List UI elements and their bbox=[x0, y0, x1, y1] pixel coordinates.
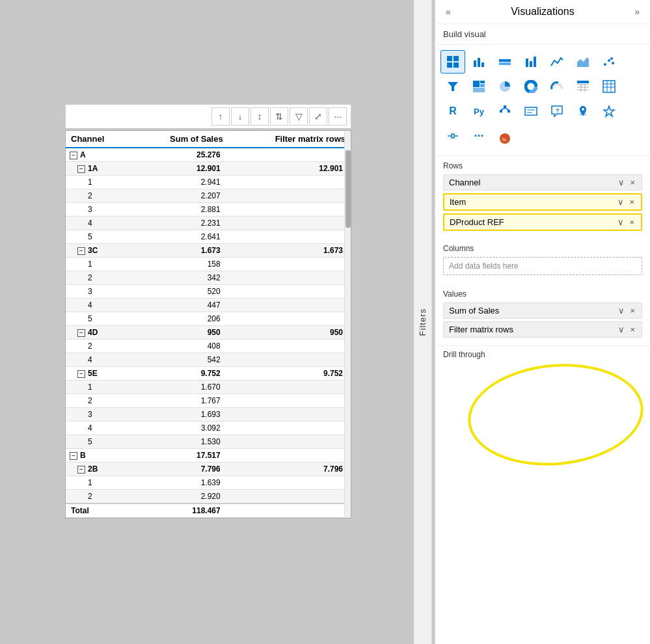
expand-button[interactable]: ⤢ bbox=[309, 107, 327, 126]
field-pill-filter-rows[interactable]: Filter matrix rows ∨ × bbox=[443, 321, 642, 338]
svg-rect-4 bbox=[474, 60, 476, 67]
qanda-icon[interactable]: ? bbox=[545, 100, 569, 123]
table-row: 1 bbox=[66, 176, 132, 189]
sort-both-button[interactable]: ↕ bbox=[251, 107, 269, 126]
field-sum-sales-remove[interactable]: × bbox=[629, 306, 636, 315]
field-pill-filter-rows-actions: ∨ × bbox=[617, 325, 636, 334]
expand-row-icon[interactable]: − bbox=[77, 370, 85, 378]
table-icon[interactable] bbox=[571, 75, 595, 98]
matrix-icon[interactable] bbox=[440, 50, 465, 74]
table-row: 1 bbox=[66, 381, 132, 394]
gauge-icon[interactable] bbox=[545, 75, 569, 98]
py-icon[interactable]: Py bbox=[467, 100, 491, 123]
table-toolbar: ↑ ↓ ↕ ⇅ ▽ ⤢ ··· bbox=[65, 104, 351, 128]
funnel-icon[interactable] bbox=[440, 75, 465, 98]
bar-chart-icon[interactable] bbox=[467, 50, 491, 74]
expand-row-icon[interactable]: − bbox=[70, 452, 77, 460]
sales-value: 520 bbox=[132, 285, 228, 299]
filter-value bbox=[228, 340, 351, 353]
filters-label: Filters bbox=[418, 308, 427, 336]
scatter-icon[interactable] bbox=[597, 50, 621, 74]
sales-value: 12.901 bbox=[132, 162, 228, 176]
col-header-filter: Filter matrix rows bbox=[228, 131, 351, 148]
filter-value bbox=[228, 148, 351, 162]
sales-value: 1.639 bbox=[132, 476, 228, 490]
table-row: −3C bbox=[66, 244, 132, 258]
expand-row-icon[interactable]: − bbox=[77, 165, 85, 173]
expand-row-icon[interactable]: − bbox=[70, 152, 77, 159]
field-filter-rows-chevron[interactable]: ∨ bbox=[617, 325, 626, 334]
expand-row-icon[interactable]: − bbox=[77, 466, 85, 474]
donut-icon[interactable] bbox=[519, 75, 543, 98]
svg-rect-18 bbox=[473, 81, 480, 87]
values-title: Values bbox=[443, 289, 642, 299]
svg-rect-31 bbox=[603, 81, 615, 92]
field-dproduct-remove[interactable]: × bbox=[628, 217, 636, 227]
svg-point-14 bbox=[608, 59, 610, 62]
sales-value: 447 bbox=[132, 299, 228, 312]
svg-line-39 bbox=[501, 108, 505, 110]
sort-desc-button[interactable]: ↓ bbox=[231, 107, 249, 126]
right-panel: « Visualizations » Build visual bbox=[435, 0, 650, 644]
field-pill-channel[interactable]: Channel ∨ × bbox=[443, 174, 642, 191]
filter-value bbox=[228, 271, 351, 285]
svg-point-16 bbox=[610, 57, 613, 60]
matrix2-icon[interactable] bbox=[597, 75, 621, 98]
field-channel-remove[interactable]: × bbox=[629, 178, 636, 187]
map-pin-icon[interactable] bbox=[571, 100, 595, 123]
total-label: Total bbox=[66, 503, 132, 518]
filter-button[interactable]: ▽ bbox=[290, 107, 308, 126]
expand-right-button[interactable]: » bbox=[632, 5, 642, 18]
field-channel-chevron[interactable]: ∨ bbox=[617, 178, 626, 187]
filter-value bbox=[228, 422, 351, 435]
field-item-remove[interactable]: × bbox=[628, 197, 636, 207]
field-dproduct-chevron[interactable]: ∨ bbox=[616, 217, 625, 227]
sales-value: 158 bbox=[132, 258, 228, 271]
decomp-icon[interactable] bbox=[493, 100, 517, 123]
collapse-left-button[interactable]: « bbox=[443, 5, 454, 18]
pie-icon[interactable] bbox=[493, 75, 517, 98]
field-pill-sum-sales[interactable]: Sum of Sales ∨ × bbox=[443, 302, 642, 319]
svg-line-40 bbox=[505, 108, 509, 110]
area-chart-icon[interactable] bbox=[571, 50, 595, 74]
sales-value: 2.641 bbox=[132, 230, 228, 244]
line-chart-icon[interactable] bbox=[545, 50, 569, 74]
sales-value: 1.693 bbox=[132, 408, 228, 422]
treemap-icon[interactable] bbox=[467, 75, 491, 98]
field-pill-item[interactable]: Item ∨ × bbox=[443, 193, 642, 211]
svg-point-15 bbox=[612, 62, 614, 64]
more-visuals[interactable]: ··· bbox=[467, 124, 491, 148]
table-row: 4 bbox=[66, 217, 132, 230]
more-options-button[interactable]: ··· bbox=[329, 107, 347, 126]
sales-value: 2.881 bbox=[132, 203, 228, 217]
connector-icon[interactable] bbox=[440, 124, 465, 148]
columns-placeholder[interactable]: Add data fields here bbox=[443, 257, 642, 275]
stacked-bar-icon[interactable] bbox=[493, 50, 517, 74]
field-item-chevron[interactable]: ∨ bbox=[616, 197, 625, 207]
values-section: Values Sum of Sales ∨ × Filter matrix ro… bbox=[435, 284, 650, 345]
filter-value bbox=[228, 312, 351, 326]
table-row: 5 bbox=[66, 312, 132, 326]
custom-icon[interactable] bbox=[597, 100, 621, 123]
expand-row-icon[interactable]: − bbox=[77, 247, 85, 255]
custom-visual-icon[interactable]: fx bbox=[493, 127, 517, 150]
build-visual-label: Build visual bbox=[435, 24, 650, 45]
sales-value: 1.673 bbox=[132, 244, 228, 258]
sales-value: 2.920 bbox=[132, 490, 228, 504]
move-button[interactable]: ⇅ bbox=[270, 107, 288, 126]
field-pill-sum-sales-actions: ∨ × bbox=[617, 306, 636, 315]
expand-row-icon[interactable]: − bbox=[77, 329, 85, 337]
col-header-channel: Channel bbox=[66, 131, 132, 148]
table-row: 2 bbox=[66, 490, 132, 504]
sort-asc-button[interactable]: ↑ bbox=[211, 107, 230, 126]
svg-rect-3 bbox=[454, 62, 459, 68]
r-icon[interactable]: R bbox=[440, 100, 465, 123]
field-sum-sales-chevron[interactable]: ∨ bbox=[617, 306, 626, 315]
field-pill-item-actions: ∨ × bbox=[616, 197, 636, 207]
scrollbar[interactable] bbox=[344, 131, 351, 518]
field-pill-dproduct[interactable]: DProduct REF ∨ × bbox=[443, 213, 642, 231]
text-icon[interactable] bbox=[519, 100, 543, 123]
scroll-thumb bbox=[345, 150, 351, 228]
field-filter-rows-remove[interactable]: × bbox=[629, 325, 636, 334]
column-chart-icon[interactable] bbox=[519, 50, 543, 74]
